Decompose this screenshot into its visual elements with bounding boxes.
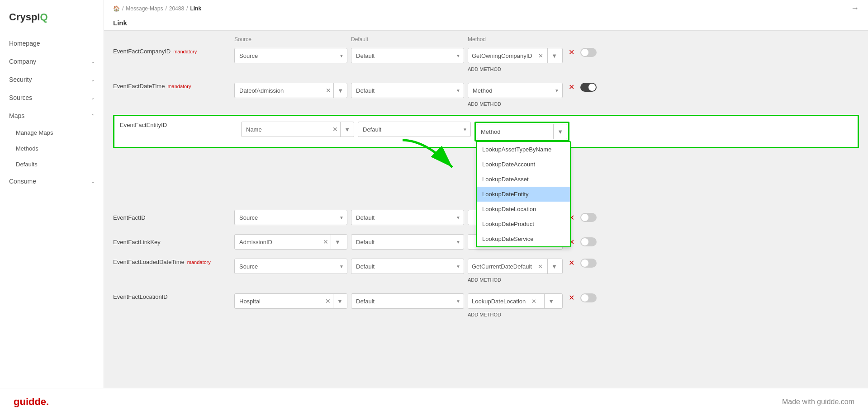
toggle-eventfactid[interactable] <box>580 213 597 222</box>
chevron-down-icon[interactable]: ▼ <box>340 122 354 137</box>
sidebar: CryspIQ Homepage Company ⌄ Security ⌄ So… <box>0 0 104 388</box>
method-select-eventfactdatetime[interactable]: Method <box>468 83 563 98</box>
toggle-eventfactlocationid[interactable] <box>580 293 597 302</box>
default-select-wrapper: Default ▼ <box>351 259 464 274</box>
toggle-eventfactdatetime[interactable] <box>580 83 597 92</box>
remove-icon[interactable]: ✕ <box>566 259 577 267</box>
toggle-eventfactloadeddatetime[interactable] <box>580 259 597 268</box>
source-clear-icon[interactable]: ✕ <box>323 297 333 305</box>
guidde-logo: guidde. <box>14 396 49 408</box>
default-select-eventfactid[interactable]: Default <box>351 210 464 225</box>
chevron-down-icon[interactable]: ▼ <box>333 294 346 308</box>
remove-icon[interactable]: ✕ <box>566 83 577 91</box>
remove-icon[interactable]: ✕ <box>566 293 577 302</box>
sidebar-sub-methods[interactable]: Methods <box>0 141 104 156</box>
method-clear-icon[interactable]: ✕ <box>529 298 544 305</box>
sidebar-item-maps[interactable]: Maps ⌃ <box>0 107 104 125</box>
source-select-eventfactid[interactable]: Source <box>234 210 347 225</box>
add-method-btn[interactable]: ADD METHOD <box>468 275 501 284</box>
sidebar-item-sources[interactable]: Sources ⌄ <box>0 89 104 107</box>
default-select-eventfactentityid[interactable]: Default <box>358 122 471 137</box>
default-select-eventfactcompanyid[interactable]: Default <box>351 48 464 63</box>
method-clear-icon[interactable]: ✕ <box>536 263 547 270</box>
source-select-eventfactlinkkey[interactable]: ✕ ▼ <box>234 234 347 250</box>
chevron-down-icon[interactable]: ▼ <box>547 259 562 274</box>
chevron-down-icon[interactable]: ▼ <box>331 235 344 249</box>
chevron-down-icon[interactable]: ▼ <box>553 124 567 139</box>
sidebar-item-label: Consume <box>9 178 36 185</box>
add-method-btn[interactable]: ADD METHOD <box>468 65 501 74</box>
default-select-wrapper: Default ▼ <box>351 293 464 309</box>
source-input-hospital[interactable] <box>235 298 323 305</box>
field-name-eventfactloadeddatetime: EventFactLoadedDateTime mandatory <box>113 259 231 265</box>
method-select-wrapper: Method ▼ <box>468 83 563 98</box>
source-input[interactable] <box>235 87 323 94</box>
col-header-default: Default <box>351 36 464 42</box>
source-select-eventfactloadeddatetime[interactable]: Source <box>234 259 347 274</box>
dropdown-item-lookupdateproduct[interactable]: LookupDateProduct <box>477 217 570 231</box>
source-input-admissionid[interactable] <box>235 239 321 245</box>
sidebar-item-security[interactable]: Security ⌄ <box>0 71 104 89</box>
source-select-eventfactdatetime[interactable]: ✕ ▼ <box>234 83 347 98</box>
default-select-wrapper: Default ▼ <box>351 210 464 225</box>
sidebar-item-label: Maps <box>9 112 24 119</box>
chevron-down-icon[interactable]: ▼ <box>547 48 562 63</box>
source-input-name[interactable] <box>242 126 330 133</box>
source-clear-icon[interactable]: ✕ <box>330 126 340 133</box>
sidebar-sub-label: Manage Maps <box>16 129 53 136</box>
chevron-up-icon: ⌃ <box>91 113 95 118</box>
method-col-eventfactloadeddatetime: GetCurrentDateDefault ✕ ▼ ADD METHOD <box>468 259 563 284</box>
dropdown-item-lookupdateentity[interactable]: LookupDateEntity <box>477 187 570 202</box>
chevron-down-icon: ⌄ <box>91 59 95 64</box>
sidebar-sub-defaults[interactable]: Defaults <box>0 156 104 172</box>
col-header-source: Source <box>234 36 347 42</box>
method-select-eventfactentityid[interactable]: Method ▼ <box>477 124 567 139</box>
sidebar-item-company[interactable]: Company ⌄ <box>0 52 104 71</box>
chevron-down-icon[interactable]: ▼ <box>333 83 347 98</box>
chevron-down-icon[interactable]: ▼ <box>544 294 562 308</box>
chevron-down-icon: ⌄ <box>91 77 95 82</box>
dropdown-item-lookupdateasset[interactable]: LookupDateAsset <box>477 172 570 187</box>
default-select-eventfactlinkkey[interactable]: Default <box>351 234 464 250</box>
dropdown-item-lookupdateaccount[interactable]: LookupDateAccount <box>477 157 570 172</box>
field-name-eventfactlocationid: EventFactLocationID <box>113 293 231 300</box>
dropdown-item-lookupassettypebyname[interactable]: LookupAssetTypeByName <box>477 142 570 157</box>
add-method-btn[interactable]: ADD METHOD <box>468 99 501 108</box>
toggle-eventfactlinkkey[interactable] <box>580 237 597 246</box>
breadcrumb-message-maps[interactable]: Message-Maps <box>126 5 163 12</box>
table-row: EventFactDateTime mandatory ✕ ▼ Default … <box>113 80 859 111</box>
method-select-eventfactlocationid[interactable]: LookupDateLocation ✕ ▼ <box>468 293 563 309</box>
source-select-eventfactlocationid[interactable]: ✕ ▼ <box>234 293 347 309</box>
source-clear-icon[interactable]: ✕ <box>323 87 333 94</box>
method-col-eventfactlocationid: LookupDateLocation ✕ ▼ ADD METHOD <box>468 293 563 319</box>
source-select-eventfactentityid[interactable]: ✕ ▼ <box>241 122 354 137</box>
sidebar-sub-manage-maps[interactable]: Manage Maps <box>0 125 104 141</box>
logout-icon[interactable]: → <box>851 4 859 13</box>
default-select-wrapper: Default ▼ <box>351 48 464 63</box>
default-select-eventfactloadeddatetime[interactable]: Default <box>351 259 464 274</box>
home-icon: 🏠 <box>113 5 120 12</box>
logo-text: CryspIQ <box>9 11 48 23</box>
add-method-btn[interactable]: ADD METHOD <box>468 310 501 319</box>
remove-icon[interactable]: ✕ <box>566 48 577 57</box>
sidebar-item-label: Security <box>9 76 32 83</box>
default-select-eventfactlocationid[interactable]: Default <box>351 293 464 309</box>
toggle-eventfactcompanyid[interactable] <box>580 48 597 57</box>
source-clear-icon[interactable]: ✕ <box>321 238 331 245</box>
source-select-wrapper: Source ▼ <box>234 259 347 274</box>
default-select-eventfactdatetime[interactable]: Default <box>351 83 464 98</box>
breadcrumb-sep: / <box>122 5 123 12</box>
method-select-eventfactcompanyid[interactable]: GetOwningCompanyID ✕ ▼ <box>468 48 563 63</box>
breadcrumb-id[interactable]: 20488 <box>169 5 184 12</box>
page-title: Link <box>104 17 868 31</box>
dropdown-item-lookupdatelocation[interactable]: LookupDateLocation <box>477 202 570 217</box>
sidebar-item-consume[interactable]: Consume ⌄ <box>0 172 104 190</box>
source-select-eventfactcompanyid[interactable]: Source <box>234 48 347 63</box>
dropdown-item-lookupdateservice[interactable]: LookupDateService <box>477 231 570 246</box>
table-row: EventFactCompanyID mandatory Source ▼ De… <box>113 45 859 76</box>
footer: guidde. Made with guidde.com <box>0 388 868 415</box>
field-name-eventfactentityid: EventFactEntityID <box>120 122 237 128</box>
method-select-eventfactloadeddatetime[interactable]: GetCurrentDateDefault ✕ ▼ <box>468 259 563 274</box>
sidebar-item-homepage[interactable]: Homepage <box>0 34 104 52</box>
method-clear-icon[interactable]: ✕ <box>536 52 548 59</box>
